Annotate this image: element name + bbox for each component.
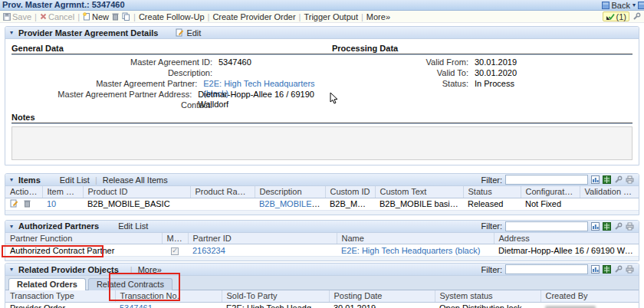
column-header[interactable]: Main... <box>162 233 188 244</box>
export-spreadsheet-icon[interactable] <box>603 265 611 274</box>
column-header[interactable]: Custom ID <box>325 186 375 198</box>
actions-cell <box>5 198 42 210</box>
related-objects-panel: Related Provider Objects More» Filter: R… <box>5 263 639 308</box>
column-header[interactable]: Custom Text <box>375 186 463 198</box>
copy-button[interactable] <box>122 12 130 21</box>
column-header[interactable]: Partner ID <box>188 233 337 244</box>
export-spreadsheet-icon[interactable] <box>603 222 611 231</box>
notes-textarea[interactable] <box>12 126 632 160</box>
column-header[interactable]: Status <box>463 186 521 198</box>
column-header[interactable]: Validation Rule <box>580 186 639 198</box>
valid-to-value: 30.01.2020 <box>475 68 517 79</box>
print-icon[interactable] <box>626 265 634 274</box>
notes-section: Notes <box>5 111 639 165</box>
column-header[interactable]: Name <box>337 233 494 244</box>
master-agreement-partner-link[interactable]: E2E: High Tech Headquarters (black) <box>203 79 332 90</box>
details-form: General Data Master Agreement ID:5347460… <box>5 39 639 111</box>
trigger-output-button[interactable]: Trigger Output <box>304 12 358 21</box>
collapse-arrow-icon[interactable] <box>10 223 13 230</box>
column-header[interactable]: Posting Date <box>329 290 435 302</box>
related-tabs: Related Orders Related Contracts <box>5 276 639 290</box>
product-id-cell: B2B_MOBILE_BASIC <box>83 198 190 210</box>
chart-view-icon[interactable] <box>591 175 600 184</box>
messages-badge[interactable]: (1) <box>603 11 629 21</box>
main-partner-checkbox[interactable] <box>171 247 179 255</box>
collapse-arrow-icon[interactable] <box>10 266 13 273</box>
column-header[interactable]: Partner Function <box>5 233 162 244</box>
column-header[interactable]: Actions <box>5 186 42 198</box>
chart-view-icon[interactable] <box>591 222 600 231</box>
field-label: Valid From: <box>332 57 468 68</box>
created-by-masked-value <box>545 306 596 308</box>
save-button[interactable]: Save <box>3 12 31 21</box>
create-provider-order-button[interactable]: Create Provider Order <box>212 12 295 21</box>
posting-date-cell: 30.01.2019 <box>329 302 435 308</box>
related-row: Provider Order 5347461 E2E: High Tech He… <box>5 302 639 308</box>
valid-from-value: 30.01.2019 <box>475 57 517 68</box>
copy-icon <box>122 12 130 21</box>
export-spreadsheet-icon[interactable] <box>603 175 611 184</box>
collapse-arrow-icon[interactable] <box>10 176 13 183</box>
related-header-row: Transaction Type Transaction No. Sold-To… <box>5 290 639 302</box>
items-table: Actions Item No. Product ID Product Rang… <box>5 186 639 211</box>
column-header[interactable]: Item No. <box>42 186 83 198</box>
separator <box>77 12 80 21</box>
column-header[interactable]: Product ID <box>83 186 190 198</box>
personalize-icon[interactable] <box>614 265 623 274</box>
edit-row-icon[interactable] <box>10 199 18 208</box>
column-header[interactable]: Sold-To Party <box>222 290 329 302</box>
personalize-icon[interactable] <box>632 12 641 21</box>
column-header[interactable]: Configuration Sta.. <box>521 186 580 198</box>
more-button[interactable]: More» <box>366 12 390 21</box>
column-header[interactable]: Transaction No. <box>115 290 222 302</box>
separator <box>299 12 301 21</box>
tab-related-contracts[interactable]: Related Contracts <box>88 278 172 290</box>
related-filter-input[interactable] <box>505 264 588 274</box>
items-filter-input[interactable] <box>505 175 588 185</box>
edit-list-button[interactable]: Edit List <box>60 175 90 185</box>
release-all-items-button[interactable]: Release All Items <box>103 175 168 185</box>
description-link[interactable]: B2B_MOBILE basic rate <box>259 199 325 208</box>
cancel-button[interactable]: Cancel <box>40 12 74 21</box>
personalize-icon[interactable] <box>614 175 623 184</box>
tab-related-orders[interactable]: Related Orders <box>8 278 86 290</box>
collapse-arrow-icon[interactable] <box>10 29 13 36</box>
print-icon[interactable] <box>626 222 634 231</box>
edit-button[interactable]: Edit <box>176 28 201 38</box>
details-section-header: Provider Master Agreement Details Edit <box>5 27 639 39</box>
title-bar: Prov. Master Agrmnt.: 5347460 Back ▾ <box>0 0 644 11</box>
field-label: Description: <box>12 68 212 79</box>
print-icon[interactable] <box>626 175 634 184</box>
back-dropdown-arrow[interactable]: ▾ <box>632 2 636 8</box>
new-button[interactable]: New <box>83 12 109 21</box>
partner-name-link[interactable]: E2E: High Tech Headquarters (black) <box>341 246 480 255</box>
transaction-no-link[interactable]: 5347461 <box>120 303 153 308</box>
column-header[interactable]: System status <box>435 290 540 302</box>
column-header[interactable]: Product Range <box>190 186 255 198</box>
delete-button[interactable] <box>112 12 119 21</box>
column-header[interactable]: Transaction Type <box>5 290 115 302</box>
system-status-cell: Open Distribution lock <box>435 302 540 308</box>
personalize-icon[interactable] <box>614 222 623 231</box>
item-no-link[interactable]: 10 <box>47 199 56 208</box>
related-section-title: Related Provider Objects <box>18 265 119 274</box>
column-header[interactable]: Description <box>255 186 325 198</box>
general-data-header: General Data <box>12 44 332 54</box>
more-button[interactable]: More» <box>138 265 162 274</box>
back-button[interactable]: Back <box>612 1 630 10</box>
field-label: Contact: <box>12 100 212 111</box>
partners-filter-input[interactable] <box>505 221 588 231</box>
delete-row-icon[interactable] <box>24 199 31 208</box>
create-follow-up-button[interactable]: Create Follow-Up <box>139 12 205 21</box>
partner-id-link[interactable]: 2163234 <box>192 246 225 255</box>
partners-section-title: Authorized Partners <box>18 221 99 231</box>
message-pointer-check-icon <box>606 13 615 21</box>
edit-list-button[interactable]: Edit List <box>118 221 148 231</box>
chart-view-icon[interactable] <box>591 265 600 274</box>
separator <box>34 12 37 21</box>
items-section-title: Items <box>18 175 41 185</box>
column-header[interactable]: Created By <box>540 290 639 302</box>
column-header[interactable]: Address <box>494 233 639 244</box>
separator <box>133 12 136 21</box>
forward-window-icon[interactable] <box>638 2 644 9</box>
